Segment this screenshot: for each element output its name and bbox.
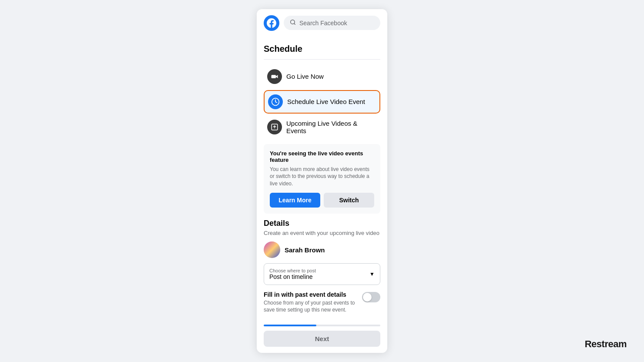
schedule-live-video-icon (268, 94, 283, 109)
search-placeholder: Search Facebook (299, 20, 347, 27)
info-box-description: You can learn more about live video even… (270, 166, 374, 188)
card-header: Search Facebook (257, 9, 387, 37)
upcoming-live-videos-icon (267, 120, 282, 134)
search-bar[interactable]: Search Facebook (284, 16, 380, 30)
toggle-text: Fill in with past event details Choose f… (264, 291, 362, 313)
search-icon (290, 19, 296, 27)
dropdown-value: Post on timeline (269, 273, 316, 280)
info-box: You're seeing the live video events feat… (264, 144, 380, 214)
user-name: Sarah Brown (285, 246, 325, 254)
upcoming-live-videos-label: Upcoming Live Videos & Events (286, 120, 377, 134)
info-box-title: You're seeing the live video events feat… (270, 150, 374, 163)
fill-past-event-toggle-row: Fill in with past event details Choose f… (264, 291, 380, 313)
user-row: Sarah Brown (264, 241, 380, 258)
facebook-live-card: Search Facebook Schedule Go Live Now (257, 9, 387, 353)
switch-button[interactable]: Switch (324, 193, 374, 208)
menu-item-schedule-live-video[interactable]: Schedule Live Video Event (264, 90, 380, 114)
user-avatar (264, 241, 280, 258)
next-button[interactable]: Next (264, 331, 380, 347)
toggle-description: Choose from any of your past events to s… (264, 299, 357, 313)
fill-past-event-toggle[interactable] (362, 292, 380, 302)
menu-item-upcoming-live-videos[interactable]: Upcoming Live Videos & Events (264, 115, 380, 139)
restream-brand-label: Restream (585, 339, 627, 350)
menu-item-go-live-now[interactable]: Go Live Now (264, 65, 380, 88)
schedule-section: Schedule Go Live Now (257, 37, 387, 214)
schedule-title: Schedule (264, 44, 380, 54)
page-wrapper: Search Facebook Schedule Go Live Now (0, 0, 644, 362)
divider (264, 59, 380, 60)
next-button-wrap: Next (257, 326, 387, 353)
post-location-dropdown[interactable]: Choose where to post Post on timeline ▼ (264, 263, 380, 285)
go-live-now-label: Go Live Now (286, 73, 324, 80)
details-section: Details Create an event with your upcomi… (257, 219, 387, 325)
svg-marker-3 (276, 75, 278, 78)
dropdown-arrow-icon: ▼ (369, 271, 375, 277)
info-box-buttons: Learn More Switch (270, 193, 374, 208)
dropdown-label: Choose where to post (269, 268, 316, 273)
dropdown-inner: Choose where to post Post on timeline (269, 268, 316, 280)
details-title: Details (264, 219, 380, 228)
svg-rect-2 (272, 75, 276, 78)
details-subtitle: Create an event with your upcoming live … (264, 230, 380, 236)
facebook-logo (264, 15, 279, 31)
svg-line-1 (294, 23, 295, 25)
toggle-knob (363, 293, 372, 302)
schedule-live-video-label: Schedule Live Video Event (287, 98, 365, 105)
toggle-title: Fill in with past event details (264, 291, 357, 298)
learn-more-button[interactable]: Learn More (270, 193, 320, 208)
go-live-now-icon (267, 69, 282, 84)
